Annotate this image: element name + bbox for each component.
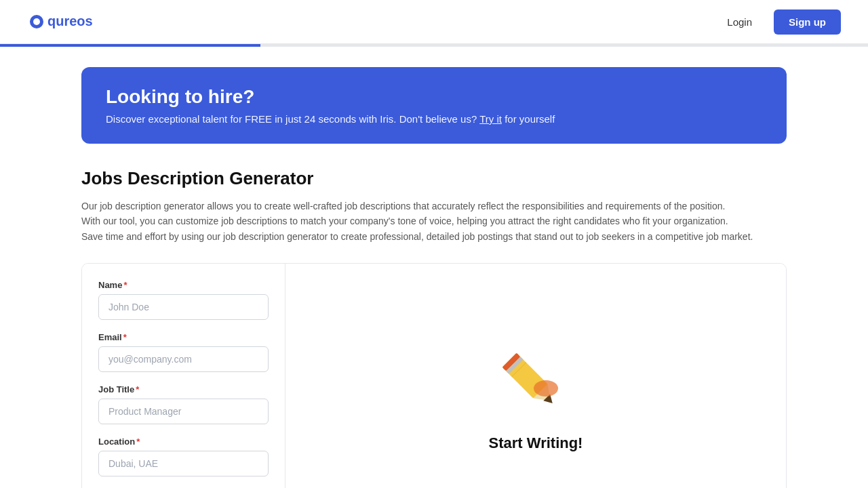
name-field-group: Name* <box>98 280 269 320</box>
hero-title: Looking to hire? <box>106 86 762 108</box>
location-label: Location* <box>98 436 269 447</box>
hero-try-it-link[interactable]: Try it <box>479 113 502 125</box>
email-field-group: Email* <box>98 332 269 372</box>
desc-line2: With our tool, you can customize job des… <box>81 216 728 226</box>
form-preview-container: Name* Email* Job Title* <box>81 263 787 488</box>
logo: qureos <box>27 11 102 33</box>
job-title-label-text: Job Title <box>98 384 134 394</box>
job-title-label: Job Title* <box>98 384 269 394</box>
section-description: Our job description generator allows you… <box>81 199 787 244</box>
desc-line1: Our job description generator allows you… <box>81 201 725 211</box>
location-field-group: Location* <box>98 436 269 476</box>
name-label: Name* <box>98 280 269 290</box>
header-nav: Login Sign up <box>716 9 841 35</box>
job-title-field-group: Job Title* <box>98 384 269 424</box>
hero-subtitle-prefix: Discover exceptional talent for FREE in … <box>106 113 477 125</box>
login-button[interactable]: Login <box>716 11 763 33</box>
desc-line3: Save time and effort by using our job de… <box>81 231 753 242</box>
signup-button[interactable]: Sign up <box>774 9 841 35</box>
svg-point-1 <box>33 18 40 25</box>
name-label-text: Name <box>98 280 122 290</box>
location-label-text: Location <box>98 436 135 447</box>
section-title: Jobs Description Generator <box>81 168 787 189</box>
job-title-required-star: * <box>136 384 139 394</box>
logo-icon: qureos <box>27 11 102 33</box>
main-content: Looking to hire? Discover exceptional ta… <box>0 47 868 488</box>
email-label-text: Email <box>98 332 122 342</box>
email-label: Email* <box>98 332 269 342</box>
svg-point-8 <box>534 380 558 396</box>
header: qureos Login Sign up <box>0 0 868 44</box>
preview-panel: Start Writing! <box>285 264 786 488</box>
name-input[interactable] <box>98 294 269 320</box>
pencil-svg <box>495 340 576 414</box>
job-title-input[interactable] <box>98 399 269 424</box>
location-input[interactable] <box>98 451 269 476</box>
hero-subtitle-suffix: for yourself <box>505 113 555 125</box>
name-required-star: * <box>123 280 127 290</box>
email-required-star: * <box>123 332 127 342</box>
pencil-illustration <box>495 340 576 424</box>
email-input[interactable] <box>98 346 269 372</box>
start-writing-text: Start Writing! <box>489 434 583 452</box>
hero-banner: Looking to hire? Discover exceptional ta… <box>81 67 787 144</box>
logo-text: qureos <box>47 14 93 28</box>
hero-subtitle: Discover exceptional talent for FREE in … <box>106 113 762 125</box>
location-required-star: * <box>136 436 140 447</box>
form-panel: Name* Email* Job Title* <box>82 264 285 488</box>
